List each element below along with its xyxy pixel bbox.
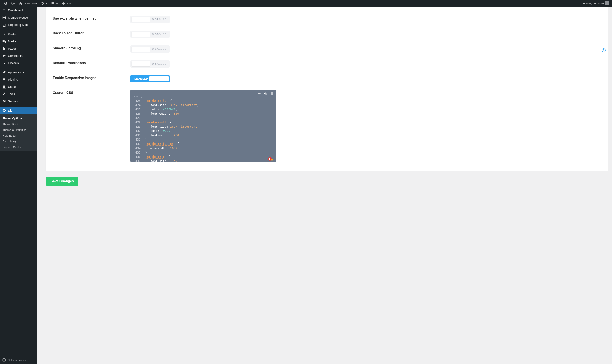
mm-logo-menu[interactable] <box>2 0 9 7</box>
save-changes-button[interactable]: Save Changes <box>46 177 79 186</box>
sidebar-item-plugins[interactable]: Plugins <box>0 76 37 83</box>
site-name-menu[interactable]: Demo Site <box>17 0 39 7</box>
sidebar-label: Appearance <box>8 71 24 74</box>
howdy-label: Howdy, demosite <box>583 2 604 5</box>
avatar <box>605 1 609 5</box>
main-content: Use excerpts when defined DISABLED Back … <box>37 7 612 364</box>
sidebar-item-comments[interactable]: Comments <box>0 52 37 59</box>
toggle-knob <box>132 47 150 52</box>
sidebar-item-projects[interactable]: Projects <box>0 59 37 67</box>
divi-submenu: Theme Options Theme Builder Theme Custom… <box>0 114 37 151</box>
page-icon <box>2 47 6 51</box>
toggle-translations[interactable]: DISABLED <box>131 60 170 67</box>
sidebar-label: Reporting Suite <box>8 23 29 26</box>
option-label: Smooth Scrolling <box>53 45 131 50</box>
sliders-icon <box>2 99 6 103</box>
css-error-badge[interactable]: 5 <box>268 157 273 161</box>
pin-icon <box>2 61 6 65</box>
sidebar-item-users[interactable]: Users <box>0 83 37 91</box>
toggle-state: DISABLED <box>152 48 167 51</box>
css-add-icon[interactable] <box>258 92 261 95</box>
wp-admin-bar: Demo Site 1 0 New Howdy, demosite <box>0 0 612 7</box>
css-reset-icon[interactable] <box>264 92 267 95</box>
css-code-area[interactable]: --- , 423 .mm-dp-mh-h2 { 424 font-size: … <box>131 90 276 162</box>
brush-icon <box>2 70 6 74</box>
sidebar-label: Settings <box>8 100 19 103</box>
submenu-theme-options[interactable]: Theme Options <box>0 116 37 121</box>
warning-dot-icon <box>271 159 273 161</box>
divi-icon <box>2 109 6 113</box>
toggle-excerpts[interactable]: DISABLED <box>131 16 170 23</box>
sidebar-item-posts[interactable]: Posts <box>0 31 37 38</box>
sidebar-item-divi[interactable]: Divi <box>0 107 37 114</box>
sidebar-item-membermouse[interactable]: MemberMouse <box>0 14 37 21</box>
sidebar-label: Comments <box>8 54 23 58</box>
submenu-support-center[interactable]: Support Center <box>0 144 37 150</box>
toggle-knob <box>132 17 150 22</box>
submenu-divi-library[interactable]: Divi Library <box>0 139 37 144</box>
sidebar-item-reporting[interactable]: Reporting Suite <box>0 21 37 28</box>
sidebar-item-settings[interactable]: Settings <box>0 98 37 105</box>
toggle-state: ENABLED <box>134 77 148 80</box>
option-label: Back To Top Button <box>53 31 131 35</box>
account-menu[interactable]: Howdy, demosite <box>581 0 610 7</box>
sidebar-label: MemberMouse <box>8 16 28 19</box>
mm-logo-icon <box>3 1 7 5</box>
wordpress-icon <box>11 1 15 5</box>
toggle-state: DISABLED <box>152 63 167 65</box>
option-label: Use excerpts when defined <box>53 16 131 20</box>
option-label: Custom CSS <box>53 90 131 162</box>
theme-options-panel: Use excerpts when defined DISABLED Back … <box>46 7 608 171</box>
chart-icon <box>2 23 6 27</box>
sidebar-item-media[interactable]: Media <box>0 38 37 45</box>
sidebar-item-tools[interactable]: Tools <box>0 91 37 98</box>
sidebar-label: Tools <box>8 92 15 96</box>
css-sort-icon[interactable] <box>270 92 274 95</box>
toggle-knob <box>132 61 150 66</box>
comment-icon <box>51 1 55 5</box>
wp-logo-menu[interactable] <box>9 0 17 7</box>
plug-icon <box>2 78 6 81</box>
dashboard-icon <box>2 9 6 12</box>
pin-icon <box>2 32 6 36</box>
sidebar-label: Projects <box>8 61 19 65</box>
sidebar-item-pages[interactable]: Pages <box>0 45 37 52</box>
submenu-role-editor[interactable]: Role Editor <box>0 133 37 139</box>
toggle-smooth-scrolling[interactable]: DISABLED <box>131 45 170 53</box>
submenu-theme-builder[interactable]: Theme Builder <box>0 121 37 127</box>
sidebar-label: Media <box>8 40 16 43</box>
option-label: Enable Responsive Images <box>53 75 131 80</box>
updates-count: 1 <box>46 2 47 5</box>
svg-point-1 <box>3 85 5 87</box>
sidebar-label: Divi <box>8 109 13 112</box>
sidebar-item-appearance[interactable]: Appearance <box>0 69 37 76</box>
comments-count: 0 <box>56 2 58 5</box>
plus-icon <box>61 1 65 5</box>
option-smooth-scrolling: Smooth Scrolling DISABLED <box>46 42 608 56</box>
toggle-back-to-top[interactable]: DISABLED <box>131 31 170 38</box>
collapse-icon <box>2 358 6 362</box>
collapse-menu-button[interactable]: Collapse menu <box>0 356 37 364</box>
active-arrow-icon <box>34 108 39 113</box>
toggle-state: DISABLED <box>152 18 167 21</box>
sidebar-label: Dashboard <box>8 9 23 12</box>
updates-menu[interactable]: 1 <box>39 0 49 7</box>
home-icon <box>19 1 23 5</box>
site-name-label: Demo Site <box>24 2 37 5</box>
new-label: New <box>67 2 72 5</box>
toggle-responsive-images[interactable]: ENABLED <box>131 75 170 82</box>
user-icon <box>2 85 6 89</box>
refresh-icon <box>40 1 44 5</box>
toggle-state: DISABLED <box>152 33 167 36</box>
new-content-menu[interactable]: New <box>60 0 74 7</box>
sidebar-item-dashboard[interactable]: Dashboard <box>0 7 37 14</box>
option-label: Disable Translations <box>53 60 131 65</box>
comments-menu[interactable]: 0 <box>49 0 59 7</box>
submenu-theme-customizer[interactable]: Theme Customizer <box>0 127 37 133</box>
sidebar-label: Users <box>8 85 16 89</box>
sidebar-label: Pages <box>8 47 17 50</box>
help-button[interactable]: ? <box>602 48 606 52</box>
css-toolbar <box>258 92 274 95</box>
custom-css-editor[interactable]: --- , 423 .mm-dp-mh-h2 { 424 font-size: … <box>131 90 276 162</box>
option-disable-translations: Disable Translations DISABLED <box>46 56 608 71</box>
